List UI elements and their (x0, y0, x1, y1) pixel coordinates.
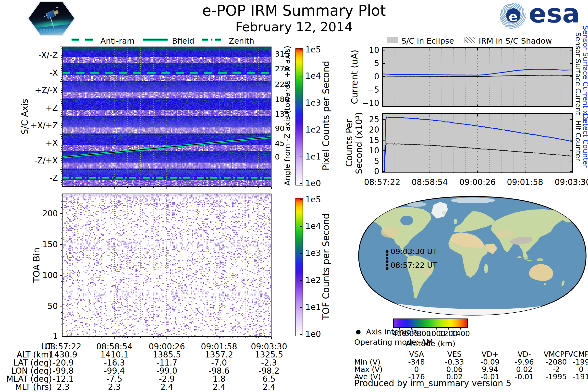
operating-mode: Operating mode: AM (354, 338, 433, 346)
altitude-tick-mark (399, 327, 400, 330)
cassiope-mission-badge: CASSIOPE (28, 1, 76, 36)
counts-xtick-label: 09:01:58 (498, 178, 552, 187)
counts-ytick-label: 10 (358, 146, 379, 155)
pixel-cb-tick-mark (300, 183, 302, 184)
voltage-column-header: VSA (397, 350, 436, 358)
tof-cb-tick-label: 1e0 (305, 329, 321, 339)
legend-bfield-label: Bfield (172, 36, 194, 46)
sc-axis-sector-label: +X/+Z (15, 121, 58, 130)
pixel-cb-tick-label: 1e4 (305, 71, 321, 80)
toa-bin-spectrogram (59, 194, 274, 340)
counts-xtick-label: 09:00:26 (450, 178, 504, 187)
tof-cb-tick-label: 1e2 (305, 275, 321, 285)
voltage-column-header: VD+ (470, 350, 510, 358)
sc-axis-sector-label: -Z/+X (15, 156, 58, 166)
counts-plot (382, 113, 573, 173)
angle-tick-label: 0 (275, 152, 280, 161)
sc-axis-sector-label: -Z (15, 173, 58, 183)
map-arctic-ice-1 (451, 198, 495, 203)
ephemeris-value: 2.4 (140, 382, 194, 392)
current-ytick-label: −5 (358, 85, 379, 94)
world-map (358, 196, 587, 316)
altitude-tick-label: 1400 (450, 329, 472, 338)
pixel-cb-tick-mark (300, 103, 302, 104)
tof-cb-tick-label: 1e1 (305, 302, 321, 312)
esa-logo: e esa (500, 2, 587, 30)
current-ylabel: Current (uA) (349, 50, 360, 104)
footer-produced-by: Produced by irm_summary version 5 (354, 378, 511, 388)
tof-cb-tick-mark (300, 334, 302, 335)
sc-axis-sector-label: +Z (15, 103, 58, 113)
altitude-tick-mark (448, 327, 449, 330)
axis-intervals-dot-icon: ● (356, 328, 361, 335)
counts-ylabel-line1: Counts Per (344, 119, 354, 167)
counts-ytick-label: 15 (358, 136, 379, 145)
tof-counts-colorbar-title: TOF Counts per Second (321, 213, 331, 320)
page-date: February 12, 2014 (147, 20, 441, 34)
map-us-west-tan (381, 227, 398, 238)
sc-axis-spectrogram (59, 46, 274, 190)
current-ytick-label: 0 (358, 72, 379, 81)
esa-wordmark: esa (529, 0, 580, 29)
toa-tick-label: 150 (34, 240, 58, 249)
shadow-swatch-icon (464, 37, 475, 43)
tof-cb-tick-label: 1e5 (305, 194, 321, 204)
track-label-start: 08:57:22 UT (390, 261, 437, 270)
voltage-value: -191 (562, 372, 588, 381)
sc-axis-sector-label: +X (15, 138, 58, 148)
ephemeris-value: 2.3 (88, 382, 141, 392)
shadow-label: IRM in S/C Shadow (479, 36, 552, 46)
voltage-column-header: VCMPB (562, 350, 588, 358)
map-arctic-ice-2 (407, 202, 426, 207)
page-title: e-POP IRM Summary Plot (147, 2, 441, 19)
legend-zenith-label: Zenith (229, 36, 254, 46)
toa-tick-label: 50 (34, 301, 58, 311)
angle-axis-title: Angle from -Z axis (towards +X axis) (283, 46, 292, 186)
altitude-tick-mark (411, 327, 412, 330)
altitude-tick-mark (460, 327, 461, 330)
altitude-tick-mark (436, 327, 436, 330)
current-ytick-label: −10 (358, 98, 379, 108)
pixel-cb-tick-label: 1e3 (305, 98, 321, 108)
esa-globe-icon: e (500, 3, 526, 29)
cassiope-badge-art: CASSIOPE (29, 2, 74, 35)
tof-cb-tick-mark (300, 226, 302, 226)
pixel-cb-tick-label: 1e2 (305, 125, 321, 134)
map-madagascar (484, 264, 488, 273)
pixel-cb-tick-label: 1e1 (305, 152, 321, 162)
tof-cb-tick-mark (300, 200, 302, 200)
pixel-counts-colorbar (296, 48, 303, 186)
counts-ytick-label: 0 (358, 166, 379, 176)
zenith-line-icon (202, 38, 224, 42)
current-ytick-label: 5 (358, 58, 379, 68)
current-right-label-black: Sensor Surface Current (574, 32, 582, 115)
ephemeris-value: 2.4 (242, 382, 296, 392)
track-label-end: 09:03:30 UT (390, 247, 437, 256)
anti-ram-line-icon (72, 38, 95, 42)
map-uk (454, 219, 457, 224)
counts-ytick-label: 25 (358, 115, 379, 124)
satellite-art (45, 7, 60, 21)
map-new-guinea (536, 258, 544, 261)
toa-tick-label: 200 (34, 209, 58, 218)
counts-xtick-label: 09:03:30 (546, 178, 588, 187)
pixel-cb-tick-label: 1e5 (305, 44, 321, 54)
current-plot (382, 47, 573, 107)
map-tasmania (544, 283, 546, 285)
bfield-line-icon (143, 38, 168, 42)
map-java (527, 260, 532, 262)
eclipse-swatch-icon (387, 37, 398, 43)
legend-anti-ram-label: Anti-ram (100, 36, 134, 46)
cassiope-label: CASSIOPE (29, 28, 74, 33)
toa-tick-label: 100 (34, 270, 58, 280)
counts-xtick-label: 08:57:22 (355, 178, 409, 187)
tof-cb-tick-mark (300, 307, 302, 308)
map-gobi-tan (496, 230, 514, 237)
tof-cb-tick-label: 1e4 (305, 221, 321, 231)
sc-axis-sector-label: -X (15, 68, 58, 78)
eclipse-label: S/C in Eclipse (401, 36, 454, 46)
tof-cb-tick-mark (300, 253, 302, 254)
tof-cb-tick-label: 1e3 (305, 248, 321, 258)
tof-counts-colorbar (296, 198, 303, 336)
altitude-tick-mark (424, 327, 424, 330)
